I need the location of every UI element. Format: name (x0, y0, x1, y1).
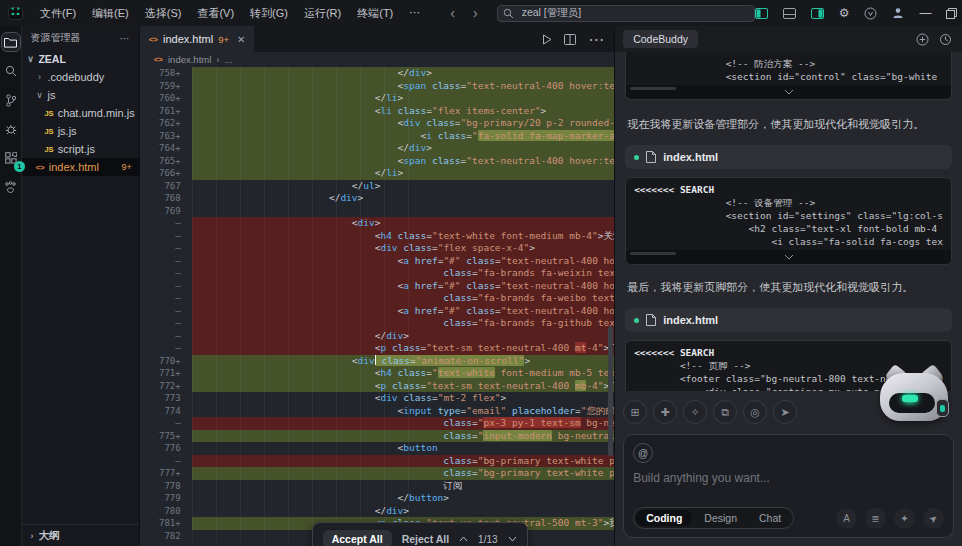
code-line[interactable]: 765+ <span class="text-neutral-400 hover… (140, 155, 614, 168)
code-line[interactable]: 766+ </li> (140, 167, 614, 180)
menu-item[interactable]: ⋯ (402, 4, 427, 23)
list-icon[interactable]: ≣ (865, 508, 886, 529)
tree-item--codebuddy[interactable]: ›.codebuddy (22, 68, 138, 86)
mode-coding[interactable]: Coding (636, 510, 692, 526)
shield-icon[interactable] (864, 7, 877, 20)
code-line[interactable]: 776 <button (140, 442, 614, 455)
code-snippet-block[interactable]: <<<<<<< SEARCH <!-- 页脚 --> <footer class… (625, 340, 952, 391)
explorer-activity-icon[interactable] (1, 32, 21, 52)
menu-item[interactable]: 文件(F) (33, 4, 83, 23)
code-line[interactable]: — class="px-3 py-1 text-sm bg-neutral-70… (140, 417, 614, 430)
source-control-icon[interactable] (1, 90, 21, 110)
search-activity-icon[interactable] (1, 61, 21, 81)
font-icon[interactable]: A (836, 508, 857, 529)
rocket-icon[interactable]: ➤ (773, 400, 797, 424)
split-editor-icon[interactable] (564, 34, 576, 45)
preview-icon[interactable]: ◎ (743, 400, 767, 424)
palette-icon[interactable]: ⊞ (623, 400, 647, 424)
code-line[interactable]: 780 </div> (140, 505, 614, 518)
code-line[interactable]: — <div> (140, 217, 614, 230)
tree-root-zeal[interactable]: ∨ ZEAL (22, 50, 138, 68)
code-line[interactable]: 769 (140, 205, 614, 218)
code-line[interactable]: 761+ <li class="flex items-center"> (140, 105, 614, 118)
code-line[interactable]: 778 订阅 (140, 480, 614, 493)
code-line[interactable]: 768 </div> (140, 192, 614, 205)
plugins-icon[interactable]: ✚ (653, 400, 677, 424)
code-line[interactable]: 767 </ul> (140, 180, 614, 193)
codebuddy-tab[interactable]: CodeBuddy (623, 30, 698, 48)
toggle-left-sidebar-icon[interactable] (755, 8, 768, 19)
code-line[interactable]: — <p class="text-sm text-neutral-400 mt-… (140, 342, 614, 355)
code-line[interactable]: 760+ </li> (140, 92, 614, 105)
tree-item-js-js[interactable]: JSjs.js (22, 122, 138, 140)
chat-input[interactable]: @ Build anything you want... CodingDesig… (623, 434, 954, 538)
tab-close-icon[interactable]: ✕ (237, 34, 245, 45)
run-preview-icon[interactable] (542, 34, 552, 45)
code-line[interactable]: 762+ <div class="bg-primary/20 p-2 round… (140, 117, 614, 130)
chat-feed[interactable]: <!-- 防治方案 --> <section id="control" clas… (615, 52, 962, 391)
expand-snippet-footer[interactable] (626, 250, 951, 264)
send-icon[interactable]: ➤ (923, 508, 944, 529)
code-line[interactable]: — <a href="#" class="text-neutral-400 ho… (140, 280, 614, 293)
menu-item[interactable]: 转到(G) (243, 4, 295, 23)
history-icon[interactable] (939, 33, 952, 46)
code-line[interactable]: 774 <input type="email" placeholder="您的邮… (140, 405, 614, 418)
menu-item[interactable]: 选择(S) (138, 4, 189, 23)
account-person-icon[interactable] (892, 7, 904, 19)
mcp-icon[interactable]: ✧ (683, 400, 707, 424)
outline-section[interactable]: › 大纲 (22, 524, 138, 546)
accept-all-button[interactable]: Accept All (323, 530, 392, 546)
menu-item[interactable]: 编辑(E) (85, 4, 136, 23)
image-attach-icon[interactable]: ⧉ (713, 400, 737, 424)
minimize-button[interactable]: — (919, 7, 931, 19)
code-line[interactable]: — </div> (140, 330, 614, 343)
edited-file-card[interactable]: index.html (625, 145, 952, 169)
extensions-icon[interactable]: 1 (1, 148, 21, 168)
nav-back-icon[interactable]: ‹ (441, 5, 464, 21)
tree-item-chat-umd-min-js[interactable]: JSchat.umd.min.js (22, 104, 138, 122)
explorer-more-icon[interactable]: ⋯ (120, 33, 131, 44)
prev-change-icon[interactable] (459, 536, 468, 542)
code-line[interactable]: — <a href="#" class="text-neutral-400 ho… (140, 305, 614, 318)
mention-at-icon[interactable]: @ (633, 443, 653, 463)
code-line[interactable]: 763+ <i class="fa-solid fa-map-marker-al… (140, 130, 614, 143)
code-line[interactable]: 764+ </div> (140, 142, 614, 155)
more-actions-icon[interactable]: ⋯ (588, 30, 604, 49)
code-line[interactable]: — class="fa-brands fa-github text-xl"></… (140, 317, 614, 330)
settings-gear-icon[interactable]: ⚙ (839, 7, 850, 19)
edited-file-card[interactable]: index.html (625, 308, 952, 332)
code-line[interactable]: — <a href="#" class="text-neutral-400 ho… (140, 255, 614, 268)
reject-all-button[interactable]: Reject All (402, 533, 449, 545)
code-line[interactable]: — class="fa-brands fa-weibo text-xl"></i… (140, 292, 614, 305)
code-snippet-block[interactable]: <!-- 防治方案 --> <section id="control" clas… (625, 52, 952, 100)
mode-chat[interactable]: Chat (749, 510, 791, 526)
command-search-input[interactable] (497, 5, 755, 22)
code-line[interactable]: — class="fa-brands fa-weixin text-xl"></… (140, 267, 614, 280)
menu-item[interactable]: 运行(R) (297, 4, 348, 23)
menu-item[interactable]: 终端(T) (350, 4, 400, 23)
toggle-right-sidebar-icon[interactable] (811, 8, 824, 19)
nav-forward-icon[interactable]: › (464, 5, 487, 21)
code-line[interactable]: 777+ class="bg-primary text-white px-4 p… (140, 467, 614, 480)
tab-index-html[interactable]: <> index.html 9+ ✕ (140, 26, 255, 52)
code-line[interactable]: — class="bg-primary text-white px-3 py-1… (140, 455, 614, 468)
sparkle-icon[interactable]: ✦ (894, 508, 915, 529)
code-line[interactable]: 771+ <h4 class="text-white font-medium m… (140, 367, 614, 380)
code-line[interactable]: 759+ <span class="text-neutral-400 hover… (140, 80, 614, 93)
next-change-icon[interactable] (508, 536, 517, 542)
expand-snippet-footer[interactable] (626, 85, 951, 99)
toggle-bottom-panel-icon[interactable] (783, 8, 796, 19)
code-line[interactable]: 772+ <p class="text-sm text-neutral-400 … (140, 380, 614, 393)
code-line[interactable]: 779 </button> (140, 492, 614, 505)
tree-item-index-html[interactable]: <>index.html9+ (22, 158, 138, 176)
new-chat-icon[interactable] (916, 33, 929, 46)
mode-design[interactable]: Design (694, 510, 747, 526)
code-line[interactable]: 773 <div class="mt-2 flex"> (140, 392, 614, 405)
tree-item-js[interactable]: ∨js (22, 86, 138, 104)
code-line[interactable]: 758+ </div> (140, 67, 614, 80)
code-line[interactable]: — <h4 class="text-white font-medium mb-4… (140, 230, 614, 243)
code-line[interactable]: — <div class="flex space-x-4"> (140, 242, 614, 255)
breadcrumb[interactable]: <> index.html › ... (140, 52, 614, 67)
debug-icon[interactable] (1, 119, 21, 139)
tree-item-script-js[interactable]: JSscript.js (22, 140, 138, 158)
